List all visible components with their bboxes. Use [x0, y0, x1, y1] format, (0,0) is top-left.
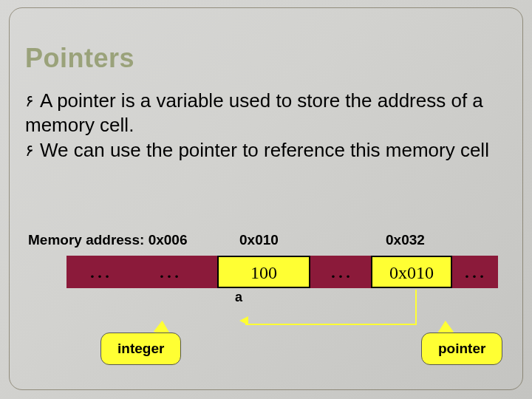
slide: Pointers ۶A pointer is a variable used t… [0, 0, 532, 399]
memory-cell-ellipsis: … [136, 256, 204, 288]
variable-label-a: a [235, 290, 242, 305]
memory-addr-2: 0x032 [386, 232, 425, 248]
bullet-1-text: A pointer is a variable used to store th… [25, 89, 483, 136]
bullet-list: ۶A pointer is a variable used to store t… [25, 89, 507, 164]
callout-integer: integer [100, 332, 181, 365]
bullet-1: ۶A pointer is a variable used to store t… [25, 89, 507, 137]
memory-strip: … … 100 … 0x010 … [66, 256, 498, 288]
memory-cell-ellipsis: … [313, 256, 369, 288]
memory-label-prefix: Memory address: [28, 232, 144, 248]
slide-title: Pointers [25, 43, 134, 74]
pointer-arrow-segment [245, 324, 417, 325]
pointer-arrow-segment [415, 290, 417, 325]
bullet-icon: ۶ [25, 140, 40, 161]
memory-address-label: Memory address: 0x006 [28, 232, 187, 248]
memory-addr-1: 0x010 [239, 232, 279, 248]
bullet-2-text: We can use the pointer to reference this… [40, 139, 489, 161]
callout-pointer: pointer [421, 332, 502, 365]
bullet-icon: ۶ [25, 91, 40, 112]
bullet-2: ۶We can use the pointer to reference thi… [25, 138, 507, 163]
memory-cell-ellipsis: … [454, 256, 497, 288]
memory-cell-value-a: 100 [217, 256, 310, 288]
memory-addr-0: 0x006 [149, 232, 188, 248]
memory-cell-ellipsis: … [66, 256, 134, 288]
memory-cell-pointer: 0x010 [371, 256, 452, 288]
pointer-arrow-head-icon [239, 316, 248, 325]
